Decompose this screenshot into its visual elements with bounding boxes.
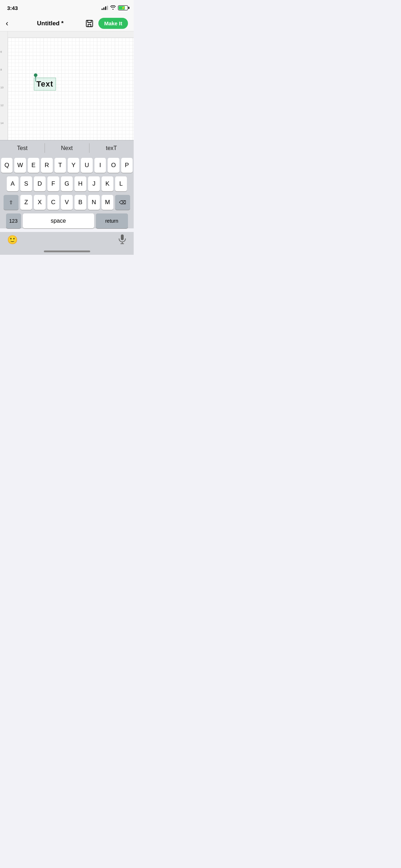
- bottom-bar: 🙂: [0, 232, 134, 248]
- return-key[interactable]: return: [96, 213, 128, 228]
- make-it-button[interactable]: Make It: [98, 18, 128, 29]
- key-m[interactable]: M: [102, 195, 113, 210]
- nav-bar: ‹ Untitled * Make It: [0, 16, 134, 31]
- key-row-2: A S D F G H J K L: [1, 176, 133, 191]
- ruler-num-10: 10: [0, 86, 4, 89]
- microphone-button[interactable]: [118, 234, 127, 246]
- autocomplete-item-1[interactable]: Next: [45, 140, 89, 156]
- key-e[interactable]: E: [28, 158, 39, 173]
- key-u[interactable]: U: [81, 158, 92, 173]
- key-w[interactable]: W: [14, 158, 26, 173]
- key-r[interactable]: R: [41, 158, 52, 173]
- ruler-num-6: 6: [0, 51, 2, 53]
- numbers-key[interactable]: 123: [6, 213, 21, 228]
- ruler-num-12: 12: [0, 104, 4, 107]
- status-time: 3:43: [7, 5, 18, 11]
- key-t[interactable]: T: [55, 158, 66, 173]
- signal-icon: [102, 6, 108, 10]
- key-c[interactable]: C: [47, 195, 59, 210]
- svg-rect-2: [121, 234, 124, 240]
- ruler-top: [0, 31, 134, 38]
- key-row-4: 123 space return: [1, 213, 133, 228]
- wifi-icon: [110, 5, 116, 11]
- autocomplete-item-2[interactable]: texT: [89, 140, 134, 156]
- home-bar: [44, 250, 90, 252]
- key-o[interactable]: O: [108, 158, 119, 173]
- key-v[interactable]: V: [61, 195, 73, 210]
- key-s[interactable]: S: [20, 176, 32, 191]
- key-a[interactable]: A: [7, 176, 19, 191]
- ruler-num-14: 14: [0, 122, 4, 125]
- key-z[interactable]: Z: [20, 195, 32, 210]
- grid: [8, 38, 134, 140]
- key-q[interactable]: Q: [1, 158, 12, 173]
- shift-key[interactable]: ⇧: [4, 195, 19, 210]
- key-y[interactable]: Y: [68, 158, 79, 173]
- canvas-text-content: Text: [36, 79, 53, 88]
- key-b[interactable]: B: [74, 195, 86, 210]
- canvas-area[interactable]: 6 8 10 12 14 Text: [0, 31, 134, 140]
- text-element[interactable]: Text: [34, 78, 56, 91]
- autocomplete-item-0[interactable]: Test: [0, 140, 45, 156]
- key-p[interactable]: P: [121, 158, 133, 173]
- key-x[interactable]: X: [34, 195, 46, 210]
- key-row-3: ⇧ Z X C V B N M ⌫: [1, 195, 133, 210]
- key-n[interactable]: N: [88, 195, 100, 210]
- key-g[interactable]: G: [61, 176, 73, 191]
- home-indicator: [0, 248, 134, 255]
- key-h[interactable]: H: [74, 176, 86, 191]
- key-j[interactable]: J: [88, 176, 100, 191]
- battery-icon: ⚡: [118, 5, 128, 10]
- key-k[interactable]: K: [102, 176, 113, 191]
- key-row-1: Q W E R T Y U I O P: [1, 158, 133, 173]
- status-icons: ⚡: [102, 5, 128, 11]
- key-f[interactable]: F: [47, 176, 59, 191]
- document-title: Untitled *: [37, 20, 64, 27]
- space-key[interactable]: space: [23, 213, 94, 228]
- key-l[interactable]: L: [115, 176, 127, 191]
- delete-key[interactable]: ⌫: [115, 195, 130, 210]
- back-button[interactable]: ‹: [6, 19, 16, 28]
- svg-rect-1: [88, 24, 91, 27]
- ruler-left: 6 8 10 12 14: [0, 31, 8, 140]
- nav-actions: Make It: [84, 18, 128, 29]
- autocomplete-bar: Test Next texT: [0, 140, 134, 156]
- status-bar: 3:43 ⚡: [0, 0, 134, 16]
- keyboard: Q W E R T Y U I O P A S D F G H J K L ⇧ …: [0, 156, 134, 228]
- emoji-button[interactable]: 🙂: [7, 235, 18, 245]
- ruler-num-8: 8: [0, 68, 2, 71]
- key-d[interactable]: D: [34, 176, 46, 191]
- svg-rect-0: [86, 20, 93, 27]
- key-i[interactable]: I: [94, 158, 106, 173]
- save-button[interactable]: [84, 18, 95, 29]
